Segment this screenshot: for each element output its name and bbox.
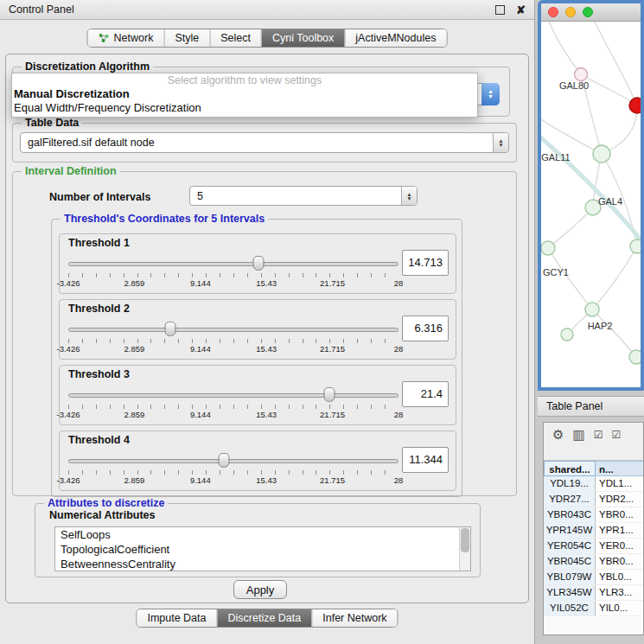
node-unlabeled[interactable]	[561, 328, 573, 341]
table-panel-title: Table Panel	[546, 400, 603, 412]
threshold-4-slider[interactable]: -3.426 2.859 9.144 15.43 21.715 28	[68, 452, 399, 490]
slider-track[interactable]	[68, 459, 399, 463]
table-row[interactable]: YER054CYER0...	[544, 539, 643, 554]
column-header-name[interactable]: n...	[596, 461, 643, 476]
tab-impute-data[interactable]: Impute Data	[137, 609, 216, 627]
table-row[interactable]: YPR145WYPR1...	[544, 523, 643, 539]
group-title: Interval Definition	[22, 165, 120, 177]
tab-label: Discretize Data	[228, 612, 302, 624]
threshold-2-value-field[interactable]: 6.316	[402, 316, 449, 341]
node-selected-red[interactable]	[629, 98, 641, 113]
close-icon[interactable]: ✘	[516, 4, 526, 16]
cell-shared-name[interactable]: YBR043C	[544, 507, 596, 522]
tab-infer-network[interactable]: Infer Network	[311, 609, 397, 627]
spinner-stepper-icon[interactable]: ▲▼	[401, 187, 417, 205]
node-label-gal11: GAL11	[541, 152, 570, 163]
select-none-checkbox-icon[interactable]: ☑	[611, 428, 621, 442]
cell-shared-name[interactable]: YBL079W	[544, 570, 596, 584]
cell-name[interactable]: YPR1...	[596, 523, 643, 538]
apply-button[interactable]: Apply	[233, 580, 287, 599]
slider-track[interactable]	[68, 393, 399, 398]
threshold-3-value-field[interactable]: 21.4	[402, 381, 449, 407]
network-icon	[99, 33, 110, 43]
list-scrollbar[interactable]	[459, 527, 470, 571]
tab-network[interactable]: Network	[88, 29, 164, 47]
list-item[interactable]: BetweennessCentrality	[55, 557, 470, 571]
dropdown-item-equal-width-frequency[interactable]: Equal Width/Frequency Discretization	[12, 101, 477, 115]
zoom-traffic-light-icon[interactable]	[583, 7, 593, 17]
numerical-attributes-list[interactable]: SelfLoops TopologicalCoefficient Between…	[54, 526, 471, 571]
cell-shared-name[interactable]: YDL19...	[544, 476, 596, 491]
list-item[interactable]: TopologicalCoefficient	[55, 542, 470, 557]
threshold-2-slider[interactable]: -3.426 2.859 9.144 15.43 21.715 28	[68, 321, 399, 359]
table-row[interactable]: YDR27...YDR2...	[544, 492, 643, 507]
slider-track[interactable]	[68, 262, 399, 266]
threshold-4-panel: Threshold 4 -3.426 2.859 9.144 15.43 21.…	[59, 430, 456, 491]
minimize-traffic-light-icon[interactable]	[565, 7, 576, 17]
table-row[interactable]: YIL052CYIL0...	[544, 601, 643, 616]
tab-cyni-toolbox[interactable]: Cyni Toolbox	[261, 29, 344, 47]
threshold-1-slider[interactable]: -3.426 2.859 9.144 15.43 21.715 28	[68, 255, 399, 293]
cell-shared-name[interactable]: YLR345W	[544, 585, 596, 600]
slider-ticks	[68, 273, 399, 277]
table-row[interactable]: YDL19...YDL1...	[544, 476, 643, 492]
node-gal80[interactable]	[575, 68, 588, 81]
combo-stepper-icon[interactable]: ▲▼	[481, 83, 500, 105]
table-row[interactable]: YLR345WYLR3...	[544, 585, 643, 601]
table-data-combobox[interactable]: galFiltered.sif default node ▲▼	[20, 132, 509, 153]
scale-label: 28	[394, 344, 404, 354]
table-row[interactable]: YBL079WYBL0...	[544, 570, 643, 585]
node-gcy1[interactable]	[541, 241, 555, 255]
node-unlabeled[interactable]	[629, 350, 641, 364]
threshold-4-value-field[interactable]: 11.344	[402, 447, 449, 473]
cell-shared-name[interactable]: YDR27...	[544, 492, 596, 507]
cell-name[interactable]: YDR2...	[596, 492, 643, 507]
threshold-3-panel: Threshold 3 -3.426 2.859 9.144 15.43 21.…	[59, 365, 456, 425]
network-canvas[interactable]: GAL80 GAL11 GAL4 GCY1 HAP2	[541, 22, 641, 371]
combo-stepper-icon[interactable]: ▲▼	[493, 133, 508, 152]
cell-shared-name[interactable]: YBR045C	[544, 554, 596, 569]
slider-ticks	[68, 470, 399, 475]
column-header-shared-name[interactable]: shared...	[544, 461, 596, 476]
number-of-intervals-spinner[interactable]: 5 ▲▼	[189, 186, 418, 206]
float-window-icon[interactable]	[495, 5, 505, 15]
close-traffic-light-icon[interactable]	[548, 7, 558, 17]
slider-thumb[interactable]	[218, 453, 229, 468]
cell-name[interactable]: YBR0...	[596, 554, 643, 569]
cell-name[interactable]: YLR3...	[596, 585, 643, 600]
tab-discretize-data[interactable]: Discretize Data	[217, 609, 312, 627]
node-unlabeled[interactable]	[630, 239, 641, 253]
threshold-1-value-field[interactable]: 14.713	[402, 250, 449, 276]
cell-shared-name[interactable]: YPR145W	[544, 523, 596, 538]
table-row[interactable]: YBR043CYBR0...	[544, 507, 643, 523]
cell-shared-name[interactable]: YIL052C	[544, 601, 596, 615]
slider-ticks	[68, 339, 399, 343]
cell-name[interactable]: YIL0...	[596, 601, 643, 615]
tab-select[interactable]: Select	[209, 29, 261, 47]
slider-thumb[interactable]	[253, 256, 265, 271]
columns-icon[interactable]: ▥	[572, 428, 584, 442]
gear-icon[interactable]: ⚙	[552, 428, 564, 442]
node-label-gal4: GAL4	[598, 196, 622, 207]
slider-thumb[interactable]	[323, 387, 335, 402]
node-gal11[interactable]	[593, 145, 610, 163]
table-header-row: shared... n...	[544, 461, 643, 476]
group-title: Attributes to discretize	[44, 497, 168, 509]
table-panel-header: Table Panel	[538, 396, 644, 417]
select-all-checkbox-icon[interactable]: ☑	[594, 428, 603, 442]
cell-name[interactable]: YBL0...	[596, 570, 643, 584]
slider-track[interactable]	[68, 328, 399, 332]
cell-name[interactable]: YBR0...	[596, 507, 643, 522]
scrollbar-thumb[interactable]	[461, 528, 469, 552]
table-row[interactable]: YBR045CYBR0...	[544, 554, 643, 570]
tab-style[interactable]: Style	[163, 29, 209, 47]
slider-thumb[interactable]	[165, 322, 176, 336]
tab-jactivemnodules[interactable]: jActiveMNodules	[344, 29, 446, 47]
cell-shared-name[interactable]: YER054C	[544, 539, 596, 553]
threshold-3-slider[interactable]: -3.426 2.859 9.144 15.43 21.715 28	[68, 386, 399, 424]
node-hap2[interactable]	[585, 303, 599, 316]
cell-name[interactable]: YER0...	[596, 539, 643, 553]
cell-name[interactable]: YDL1...	[596, 476, 643, 491]
list-item[interactable]: SelfLoops	[55, 527, 470, 542]
dropdown-item-manual-discretization[interactable]: Manual Discretization	[12, 87, 477, 101]
